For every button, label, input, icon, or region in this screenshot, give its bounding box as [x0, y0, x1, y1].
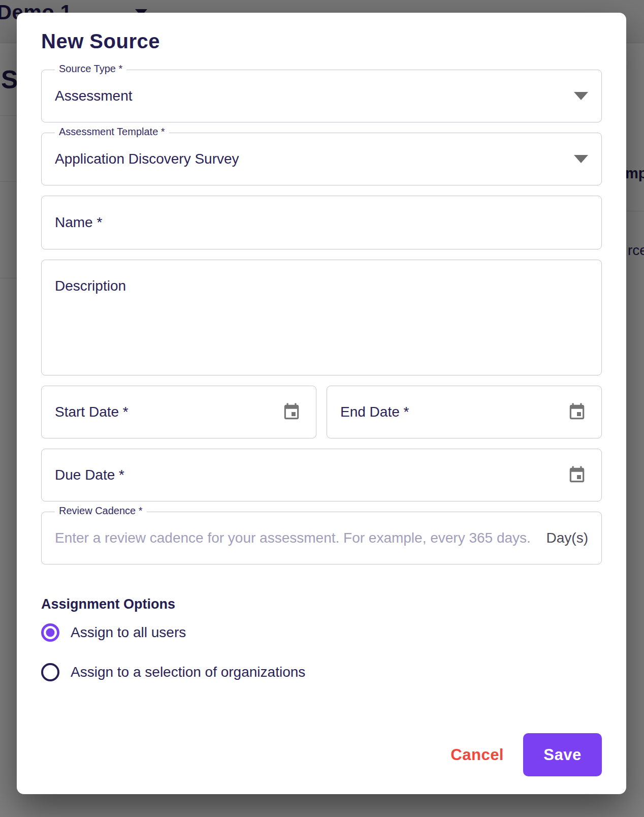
calendar-icon [282, 402, 301, 422]
start-date-field[interactable] [41, 386, 316, 438]
assessment-template-label: Assessment Template * [55, 126, 169, 138]
review-cadence-label: Review Cadence * [55, 505, 147, 517]
review-cadence-field[interactable]: Review Cadence * Day(s) [41, 512, 602, 564]
name-field[interactable] [41, 196, 602, 249]
calendar-icon [567, 402, 587, 422]
save-button[interactable]: Save [523, 733, 602, 776]
assign-all-users-label: Assign to all users [71, 624, 186, 641]
review-cadence-unit: Day(s) [546, 530, 588, 546]
start-date-calendar-button[interactable] [280, 401, 303, 423]
dropdown-arrow-icon [574, 92, 588, 100]
description-field[interactable] [41, 260, 602, 375]
new-source-dialog: New Source Source Type * Assessment Asse… [17, 13, 626, 794]
source-type-value: Assessment [55, 88, 133, 104]
review-cadence-input[interactable] [55, 530, 537, 546]
dialog-title: New Source [41, 30, 602, 52]
end-date-calendar-button[interactable] [566, 401, 588, 423]
cancel-button[interactable]: Cancel [443, 741, 511, 769]
assign-organizations-option[interactable]: Assign to a selection of organizations [41, 662, 602, 682]
assessment-template-value: Application Discovery Survey [55, 151, 239, 167]
due-date-input[interactable] [55, 467, 566, 483]
radio-selected-icon[interactable] [41, 623, 59, 642]
calendar-icon [567, 465, 587, 485]
end-date-field[interactable] [327, 386, 602, 438]
due-date-calendar-button[interactable] [566, 464, 588, 486]
name-input[interactable] [55, 214, 588, 231]
dropdown-arrow-icon [574, 155, 588, 163]
assign-all-users-option[interactable]: Assign to all users [41, 622, 602, 643]
assessment-template-select[interactable]: Assessment Template * Application Discov… [41, 133, 602, 185]
end-date-input[interactable] [340, 404, 566, 420]
source-type-select[interactable]: Source Type * Assessment [41, 70, 602, 122]
due-date-field[interactable] [41, 449, 602, 501]
dialog-actions: Cancel Save [41, 733, 602, 776]
assignment-options-heading: Assignment Options [41, 596, 602, 612]
assign-organizations-label: Assign to a selection of organizations [71, 664, 305, 680]
description-input[interactable] [55, 260, 588, 375]
source-type-label: Source Type * [55, 63, 126, 75]
start-date-input[interactable] [55, 404, 280, 420]
radio-unselected-icon[interactable] [41, 663, 59, 681]
